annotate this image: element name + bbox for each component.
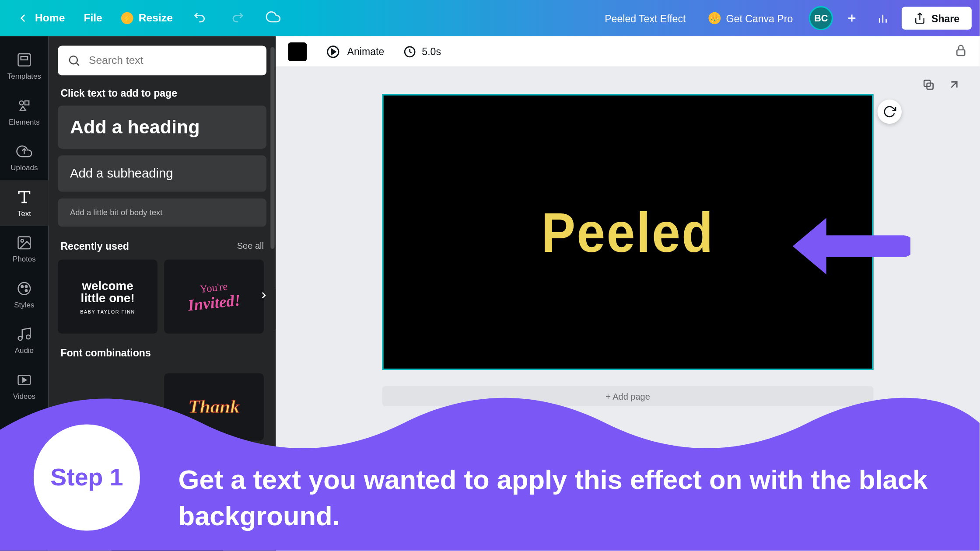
recent-template-2[interactable]: You're Invited! <box>164 260 264 334</box>
recently-used-title: Recently used <box>60 240 129 251</box>
document-title[interactable]: Peeled Text Effect <box>605 12 686 24</box>
svg-rect-7 <box>21 56 28 60</box>
svg-rect-28 <box>957 49 965 55</box>
search-box[interactable] <box>58 46 266 76</box>
expand-page-icon[interactable] <box>948 78 961 91</box>
animate-button[interactable]: Animate <box>326 44 384 59</box>
add-page-button[interactable]: + Add page <box>382 386 874 406</box>
cloud-sync-icon[interactable] <box>256 4 290 32</box>
home-button[interactable]: Home <box>8 6 73 30</box>
svg-point-15 <box>18 282 31 295</box>
svg-point-23 <box>70 56 77 64</box>
svg-point-19 <box>18 336 22 340</box>
share-button[interactable]: Share <box>902 7 971 29</box>
add-body-button[interactable]: Add a little bit of body text <box>58 199 266 227</box>
animate-icon <box>326 44 340 59</box>
svg-marker-22 <box>23 378 26 382</box>
step-badge: Step 1 <box>34 424 140 530</box>
file-menu[interactable]: File <box>76 7 110 29</box>
regenerate-button[interactable] <box>878 100 902 124</box>
get-pro-button[interactable]: 👑 Get Canva Pro <box>699 7 802 29</box>
see-all-link[interactable]: See all <box>237 241 264 251</box>
background-color-swatch[interactable] <box>288 42 307 61</box>
svg-point-18 <box>25 289 28 292</box>
add-heading-button[interactable]: Add a heading <box>58 105 266 148</box>
add-subheading-button[interactable]: Add a subheading <box>58 155 266 192</box>
rail-photos[interactable]: Photos <box>0 226 49 272</box>
svg-point-14 <box>21 240 24 242</box>
home-label: Home <box>35 12 65 24</box>
rail-templates[interactable]: Templates <box>0 43 49 89</box>
topbar: Home File ⚡ Resize Peeled Text Effect 👑 … <box>0 0 980 36</box>
rail-elements[interactable]: Elements <box>0 89 49 135</box>
click-hint: Click text to add to page <box>60 87 263 99</box>
clock-icon <box>403 45 416 58</box>
rail-styles[interactable]: Styles <box>0 272 49 317</box>
chevron-left-icon <box>16 11 30 25</box>
redo-button[interactable] <box>220 4 253 32</box>
undo-button[interactable] <box>183 4 217 32</box>
recent-template-1[interactable]: welcome little one! BABY TAYLOR FINN <box>58 260 158 334</box>
svg-marker-26 <box>332 49 335 54</box>
svg-rect-9 <box>25 101 29 105</box>
panel-scrollbar[interactable] <box>270 47 274 249</box>
search-icon <box>67 54 81 67</box>
refresh-icon <box>883 105 896 119</box>
crown-icon: 👑 <box>709 12 721 24</box>
rail-uploads[interactable]: Uploads <box>0 135 49 181</box>
svg-point-20 <box>26 335 30 339</box>
topbar-right: Peeled Text Effect 👑 Get Canva Pro BC Sh… <box>605 6 972 30</box>
svg-line-24 <box>77 63 79 66</box>
svg-marker-10 <box>20 106 25 110</box>
recent-row: welcome little one! BABY TAYLOR FINN You… <box>58 260 266 334</box>
canvas-tools <box>922 78 961 91</box>
rail-audio[interactable]: Audio <box>0 317 49 363</box>
step-label: Step 1 <box>50 464 123 492</box>
font-combos-title: Font combinations <box>60 347 150 359</box>
svg-point-8 <box>20 101 24 105</box>
editor-toolbar: Animate 5.0s <box>276 36 980 67</box>
svg-point-16 <box>21 286 23 288</box>
duration-button[interactable]: 5.0s <box>403 45 441 58</box>
font-combos-header: Font combinations <box>60 347 263 359</box>
recently-used-header: Recently used See all <box>60 240 263 251</box>
rail-text[interactable]: Text <box>0 180 49 226</box>
lock-button[interactable] <box>954 43 968 59</box>
annotation-arrow <box>793 215 910 280</box>
canvas-text[interactable]: Peeled <box>541 200 714 264</box>
duplicate-page-icon[interactable] <box>922 78 935 91</box>
crown-icon: ⚡ <box>121 12 133 24</box>
share-icon <box>914 12 926 24</box>
avatar[interactable]: BC <box>809 6 833 30</box>
svg-point-17 <box>25 286 28 288</box>
add-member-button[interactable] <box>840 6 864 30</box>
analytics-button[interactable] <box>871 6 895 30</box>
search-input[interactable] <box>89 55 257 67</box>
step-instruction: Get a text you wanted to apply this effe… <box>178 461 969 534</box>
topbar-left: Home File ⚡ Resize <box>8 4 290 32</box>
rail-videos[interactable]: Videos <box>0 363 49 409</box>
resize-button[interactable]: ⚡ Resize <box>113 7 181 29</box>
next-templates-button[interactable] <box>259 290 270 303</box>
